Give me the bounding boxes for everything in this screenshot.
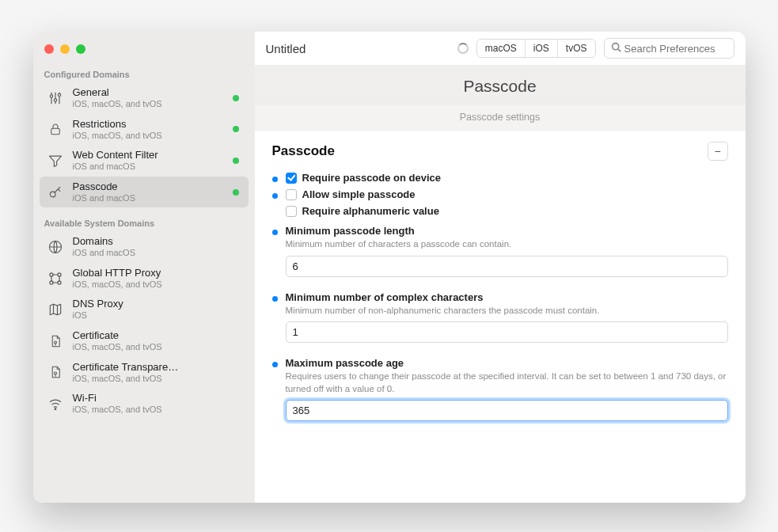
sidebar-item-subtitle: iOS and macOS bbox=[73, 162, 225, 172]
allow-simple-label: Allow simple passcode bbox=[302, 188, 416, 200]
sidebar-item-subtitle: iOS, macOS, and tvOS bbox=[73, 279, 242, 290]
section-title: Passcode bbox=[272, 143, 335, 159]
min-length-desc: Minimum number of characters a passcode … bbox=[286, 238, 728, 251]
sidebar-item-subtitle: iOS and macOS bbox=[73, 248, 242, 258]
min-complex-label: Minimum number of complex characters bbox=[286, 291, 728, 303]
search-input[interactable] bbox=[624, 43, 727, 55]
platform-segmented-control: macOS iOS tvOS bbox=[476, 39, 596, 58]
sidebar-item-certificate[interactable]: Certificate iOS, macOS, and tvOS bbox=[40, 325, 249, 357]
require-alpha-checkbox[interactable] bbox=[286, 206, 297, 217]
sidebar-item-subtitle: iOS and macOS bbox=[73, 193, 225, 203]
sidebar-item-title: Certificate bbox=[73, 330, 242, 342]
status-dot-icon bbox=[233, 158, 239, 164]
document-title: Untitled bbox=[266, 42, 450, 55]
svg-line-17 bbox=[617, 49, 620, 51]
platform-macos-button[interactable]: macOS bbox=[477, 40, 526, 57]
lock-icon bbox=[46, 120, 65, 139]
window-controls bbox=[33, 40, 255, 65]
minus-icon: − bbox=[714, 145, 720, 158]
sidebar-item-title: Global HTTP Proxy bbox=[73, 268, 242, 279]
max-age-desc: Requires users to change their passcode … bbox=[286, 370, 728, 395]
map-icon bbox=[46, 300, 65, 319]
min-complex-desc: Minimum number of non-alphanumeric chara… bbox=[286, 305, 728, 317]
bullet-spacer bbox=[272, 210, 278, 215]
minimize-icon[interactable] bbox=[60, 44, 70, 54]
require-passcode-label: Require passcode on device bbox=[302, 172, 442, 184]
sidebar-item-domains[interactable]: Domains iOS and macOS bbox=[40, 231, 249, 263]
configured-domains-label: Configured Domains bbox=[33, 65, 255, 82]
sidebar-item-wi-fi[interactable]: Wi-Fi iOS, macOS, and tvOS bbox=[40, 388, 249, 420]
sidebar-item-title: Restrictions bbox=[73, 119, 225, 131]
proxy-icon bbox=[46, 269, 65, 288]
sidebar-item-title: Wi-Fi bbox=[73, 393, 242, 405]
sidebar-item-passcode[interactable]: Passcode iOS and macOS bbox=[40, 177, 249, 208]
sidebar-item-subtitle: iOS, macOS, and tvOS bbox=[73, 131, 225, 141]
sidebar-item-title: Certificate Transpare… bbox=[73, 362, 242, 374]
available-domains-label: Available System Domains bbox=[33, 214, 255, 231]
collapse-button[interactable]: − bbox=[708, 142, 728, 161]
sidebar-item-subtitle: iOS, macOS, and tvOS bbox=[73, 374, 242, 384]
zoom-icon[interactable] bbox=[76, 44, 85, 54]
page-subtitle: Passcode settings bbox=[255, 104, 746, 131]
content-area: Passcode − Require passcode on device Al… bbox=[255, 131, 746, 503]
config-bullet-icon bbox=[272, 230, 278, 235]
toolbar: Untitled macOS iOS tvOS bbox=[255, 32, 746, 66]
sidebar-item-certificate-transpare[interactable]: Certificate Transpare… iOS, macOS, and t… bbox=[40, 357, 249, 389]
config-bullet-icon bbox=[272, 296, 278, 302]
config-bullet-icon bbox=[272, 193, 278, 199]
platform-ios-button[interactable]: iOS bbox=[526, 40, 558, 57]
sidebar-item-subtitle: iOS, macOS, and tvOS bbox=[73, 99, 225, 109]
funnel-icon bbox=[46, 151, 65, 170]
sidebar-item-title: DNS Proxy bbox=[73, 298, 242, 310]
max-age-input[interactable] bbox=[286, 400, 728, 421]
status-dot-icon bbox=[233, 189, 239, 196]
sidebar-item-global-http-proxy[interactable]: Global HTTP Proxy iOS, macOS, and tvOS bbox=[40, 263, 249, 294]
sidebar-item-subtitle: iOS, macOS, and tvOS bbox=[73, 342, 242, 352]
config-bullet-icon bbox=[272, 177, 278, 182]
cert-icon bbox=[46, 332, 65, 351]
sidebar-item-title: General bbox=[73, 87, 225, 99]
require-alpha-label: Require alphanumeric value bbox=[302, 205, 439, 217]
platform-tvos-button[interactable]: tvOS bbox=[558, 40, 595, 57]
min-complex-input[interactable] bbox=[286, 321, 728, 343]
require-passcode-checkbox[interactable] bbox=[286, 173, 297, 184]
status-dot-icon bbox=[233, 95, 239, 101]
sidebar-item-title: Passcode bbox=[73, 181, 225, 193]
max-age-label: Maximum passcode age bbox=[286, 357, 728, 369]
status-dot-icon bbox=[233, 126, 239, 132]
svg-point-5 bbox=[58, 93, 60, 96]
sidebar-item-subtitle: iOS, macOS, and tvOS bbox=[73, 405, 242, 415]
sidebar: Configured Domains General iOS, macOS, a… bbox=[33, 32, 255, 503]
svg-point-15 bbox=[55, 408, 56, 410]
key-icon bbox=[46, 183, 65, 202]
main-panel: Untitled macOS iOS tvOS Passcode Passcod… bbox=[255, 32, 746, 503]
progress-spinner-icon bbox=[457, 43, 469, 54]
allow-simple-checkbox[interactable] bbox=[286, 189, 297, 200]
min-length-label: Minimum passcode length bbox=[286, 225, 728, 237]
sidebar-item-restrictions[interactable]: Restrictions iOS, macOS, and tvOS bbox=[40, 114, 249, 146]
svg-rect-6 bbox=[51, 129, 59, 135]
svg-point-4 bbox=[54, 99, 56, 101]
config-bullet-icon bbox=[272, 362, 278, 367]
sliders-icon bbox=[46, 89, 65, 108]
sidebar-item-title: Web Content Filter bbox=[73, 150, 225, 162]
close-icon[interactable] bbox=[44, 44, 54, 54]
page-title: Passcode bbox=[255, 66, 746, 104]
search-icon bbox=[611, 41, 621, 55]
sidebar-item-general[interactable]: General iOS, macOS, and tvOS bbox=[40, 82, 249, 114]
sidebar-item-subtitle: iOS bbox=[73, 310, 242, 321]
sidebar-item-web-content-filter[interactable]: Web Content Filter iOS and macOS bbox=[40, 145, 249, 177]
globe-icon bbox=[46, 238, 65, 256]
sidebar-item-dns-proxy[interactable]: DNS Proxy iOS bbox=[40, 294, 249, 325]
svg-point-3 bbox=[50, 95, 52, 97]
min-length-input[interactable] bbox=[286, 256, 728, 277]
search-field[interactable] bbox=[604, 38, 734, 59]
preferences-window: Configured Domains General iOS, macOS, a… bbox=[33, 32, 746, 503]
sidebar-item-title: Domains bbox=[73, 236, 242, 248]
cert-icon bbox=[46, 363, 65, 382]
wifi-icon bbox=[46, 394, 65, 413]
svg-point-16 bbox=[612, 44, 618, 50]
